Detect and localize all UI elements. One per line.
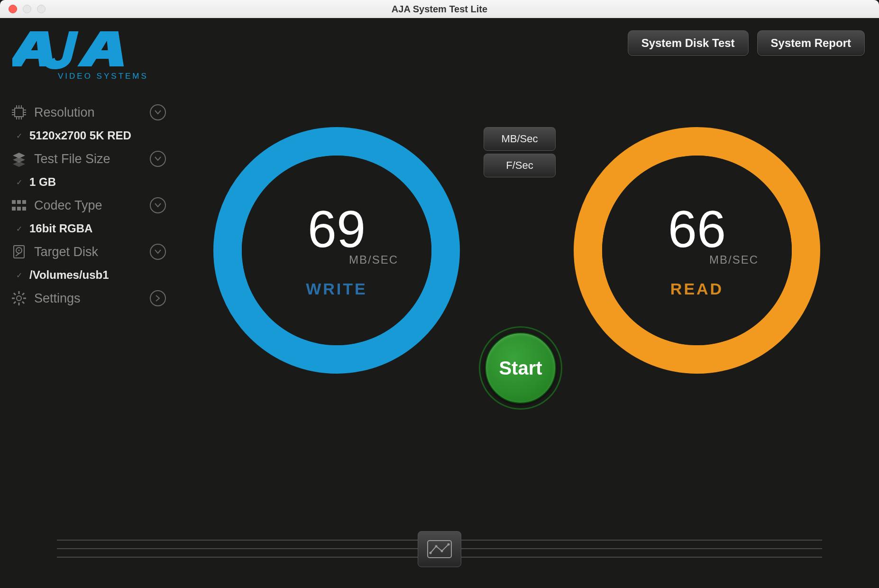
svg-line-31	[14, 293, 16, 295]
sidebar-item-resolution[interactable]: Resolution	[9, 100, 166, 125]
svg-rect-18	[22, 200, 26, 204]
logo-tagline: VIDEO SYSTEMS	[58, 72, 148, 81]
start-button-ring: Start	[479, 326, 562, 410]
chip-icon	[9, 103, 28, 122]
window-titlebar: AJA System Test Lite	[0, 0, 879, 18]
resolution-value: 5120x2700 5K RED	[29, 129, 131, 142]
system-disk-test-button[interactable]: System Disk Test	[628, 30, 749, 56]
chevron-right-icon	[150, 290, 166, 306]
aja-logo-icon: VIDEO SYSTEMS	[12, 27, 159, 83]
graph-toggle-button[interactable]	[418, 531, 461, 567]
sidebar: Resolution ✓ 5120x2700 5K RED Test File …	[9, 100, 166, 311]
gauges-area: MB/Sec F/Sec 69 MB/SEC WRITE 66 MB/SEC R…	[180, 94, 865, 421]
svg-line-33	[14, 302, 16, 303]
write-gauge: 69 MB/SEC WRITE	[213, 127, 460, 374]
unit-mbsec-button[interactable]: MB/Sec	[484, 127, 556, 151]
chevron-down-icon	[150, 197, 166, 213]
chevron-down-icon	[150, 104, 166, 120]
graph-strip	[57, 531, 822, 569]
disk-icon	[9, 242, 28, 261]
chevron-down-icon	[150, 151, 166, 167]
window-title: AJA System Test Lite	[0, 4, 879, 15]
svg-point-36	[430, 552, 432, 554]
write-gauge-inner: 69 MB/SEC WRITE	[242, 156, 431, 345]
write-speed-value: 69	[308, 203, 366, 255]
sidebar-item-label: Codec Type	[34, 198, 150, 213]
svg-marker-15	[13, 161, 25, 167]
top-buttons: System Disk Test System Report	[628, 30, 865, 56]
svg-point-37	[435, 545, 438, 548]
read-speed-unit: MB/SEC	[709, 253, 759, 266]
sidebar-item-label: Settings	[34, 291, 150, 306]
check-icon: ✓	[13, 271, 25, 280]
svg-rect-16	[12, 200, 16, 204]
svg-rect-21	[22, 207, 26, 211]
svg-point-39	[448, 543, 450, 546]
svg-line-34	[22, 293, 24, 295]
sidebar-item-settings[interactable]: Settings	[9, 285, 166, 311]
chevron-down-icon	[150, 244, 166, 260]
filesize-value: 1 GB	[29, 175, 56, 189]
sidebar-item-disk[interactable]: Target Disk	[9, 239, 166, 265]
sidebar-value-disk: ✓ /Volumes/usb1	[9, 265, 166, 285]
unit-toggle: MB/Sec F/Sec	[484, 127, 556, 177]
layers-icon	[9, 149, 28, 168]
read-gauge: 66 MB/SEC READ	[574, 127, 820, 374]
sidebar-value-filesize: ✓ 1 GB	[9, 172, 166, 193]
sidebar-value-codec: ✓ 16bit RGBA	[9, 218, 166, 239]
read-gauge-label: READ	[670, 280, 723, 298]
sidebar-item-label: Test File Size	[34, 152, 150, 166]
sidebar-item-codec[interactable]: Codec Type	[9, 193, 166, 218]
check-icon: ✓	[13, 224, 25, 233]
read-speed-value: 66	[668, 203, 726, 255]
svg-point-26	[17, 296, 21, 301]
disk-value: /Volumes/usb1	[29, 268, 109, 282]
app-body: VIDEO SYSTEMS System Disk Test System Re…	[0, 18, 879, 588]
check-icon: ✓	[13, 178, 25, 187]
svg-point-24	[18, 250, 20, 251]
svg-line-25	[16, 253, 19, 256]
aja-logo: VIDEO SYSTEMS	[12, 27, 159, 83]
line-chart-icon	[427, 540, 452, 559]
codec-value: 16bit RGBA	[29, 222, 92, 235]
sidebar-item-label: Resolution	[34, 105, 150, 120]
system-report-button[interactable]: System Report	[757, 30, 865, 56]
svg-rect-0	[15, 108, 23, 117]
svg-rect-17	[17, 200, 21, 204]
sidebar-item-filesize[interactable]: Test File Size	[9, 146, 166, 172]
svg-point-38	[441, 550, 443, 552]
sidebar-item-label: Target Disk	[34, 245, 150, 259]
svg-rect-19	[12, 207, 16, 211]
write-speed-unit: MB/SEC	[349, 253, 398, 266]
write-gauge-label: WRITE	[306, 280, 367, 298]
start-button[interactable]: Start	[485, 332, 556, 404]
read-gauge-inner: 66 MB/SEC READ	[602, 156, 792, 345]
svg-line-32	[22, 302, 24, 303]
unit-fsec-button[interactable]: F/Sec	[484, 154, 556, 177]
blocks-icon	[9, 196, 28, 215]
check-icon: ✓	[13, 131, 25, 140]
gear-icon	[9, 289, 28, 308]
sidebar-value-resolution: ✓ 5120x2700 5K RED	[9, 125, 166, 146]
svg-rect-20	[17, 207, 21, 211]
